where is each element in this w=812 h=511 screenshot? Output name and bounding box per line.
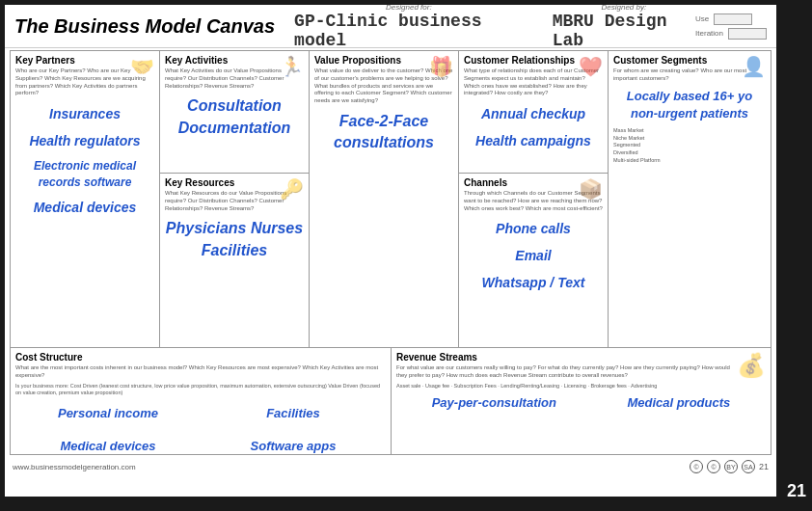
value-propositions-icon: 🎁	[429, 55, 453, 78]
cost-structure-subtitle: What are the most important costs inhere…	[15, 364, 386, 380]
channels-icon: 📦	[579, 177, 603, 201]
revenue-streams-icon: 💰	[737, 352, 766, 390]
use-label: Use	[695, 14, 709, 23]
designed-by-section: Designed by: MBRU Design Lab	[553, 3, 695, 50]
cost-structure-title: Cost Structure	[15, 352, 386, 363]
cost-structure-types: Is your business more: Cost Driven (lean…	[15, 383, 386, 397]
customer-relationships-checkup: Annual checkup	[464, 105, 603, 124]
revenue-streams-title: Revenue Streams	[396, 352, 737, 363]
iteration-label: Iteration	[695, 29, 723, 38]
customer-segments-types: Mass MarketNiche MarketSegmentedDiversif…	[613, 127, 766, 164]
customer-segments-locally-based: Locally based 16+ yo non-urgent patients	[613, 88, 766, 122]
canvas-bottom: Cost Structure What are the most importa…	[11, 348, 771, 454]
revenue-items: Pay-per-consultation Medical products	[396, 390, 766, 417]
channels-cell: Channels Through which Channels do our C…	[459, 174, 608, 347]
customer-relationships-cell: Customer Relationships What type of rela…	[459, 51, 608, 174]
key-partners-health-reg: Health regulators	[15, 132, 154, 151]
key-resources-physicians: Physicians Nurses Facilities	[165, 218, 304, 261]
clinic-name: GP-Clinic business model	[294, 12, 524, 50]
channels-phone: Phone calls	[464, 220, 603, 239]
footer-icons: © © BY SA 21	[690, 460, 769, 473]
key-activities-consultation: Consultation Documentation	[165, 95, 304, 139]
cost-medical-devices: Medical devices	[15, 438, 201, 454]
revenue-streams-types: Asset sale · Usage fee · Subscription Fe…	[396, 383, 737, 390]
designed-by-label: Designed by:	[602, 3, 647, 12]
designer-name: MBRU Design Lab	[553, 12, 695, 50]
customer-rel-channels-column: Customer Relationships What type of rela…	[459, 51, 609, 347]
designed-for-label: Designed for:	[386, 3, 432, 12]
main-title: The Business Model Canvas	[14, 15, 275, 38]
canvas-top: Key Partners Who are our Key Partners? W…	[11, 51, 771, 348]
customer-relationships-campaigns: Health campaigns	[464, 132, 603, 151]
footer-url: www.businessmodelgeneration.com	[13, 463, 136, 471]
key-activities-resources-column: Key Activities What Key Activities do ou…	[160, 51, 310, 347]
sa-icon: SA	[742, 460, 755, 473]
customer-relationships-icon: ❤️	[579, 55, 603, 78]
footer: www.businessmodelgeneration.com © © BY S…	[5, 457, 776, 476]
cost-structure-cell: Cost Structure What are the most importa…	[11, 348, 392, 454]
customer-segments-icon: 👤	[742, 55, 766, 78]
canvas-grid: Key Partners Who are our Key Partners? W…	[10, 50, 771, 455]
channels-email: Email	[464, 247, 603, 266]
customer-segments-cell: Customer Segments For whom are we creati…	[609, 51, 771, 347]
revenue-medical-products: Medical products	[627, 394, 730, 412]
main-container: The Business Model Canvas Designed for: …	[5, 5, 776, 497]
sidebar-right: 21	[781, 0, 812, 511]
header: The Business Model Canvas Designed for: …	[5, 5, 776, 48]
channels-whatsapp: Whatsapp / Text	[464, 274, 603, 293]
revenue-streams-subtitle: For what value are our customers really …	[396, 364, 737, 380]
sidebar-number: 21	[787, 481, 806, 501]
cc-icon: ©	[690, 460, 703, 473]
cost-personal-income: Personal income	[15, 405, 201, 422]
key-partners-insurance: Insurances	[15, 105, 154, 124]
key-activities-cell: Key Activities What Key Activities do ou…	[160, 51, 309, 174]
use-field: Use	[695, 13, 767, 25]
value-propositions-cell: Value Propositions What value do we deli…	[310, 51, 459, 347]
key-partners-ehr: Electronic medical records software	[15, 158, 154, 191]
footer-page: 21	[759, 462, 769, 471]
key-partners-cell: Key Partners Who are our Key Partners? W…	[11, 51, 160, 347]
key-partners-devices: Medical devices	[15, 199, 154, 218]
revenue-header: Revenue Streams For what value are our c…	[396, 352, 766, 390]
by-icon: BY	[724, 460, 738, 473]
key-activities-icon: 🏃	[280, 55, 304, 78]
revenue-streams-cell: Revenue Streams For what value are our c…	[392, 348, 771, 454]
value-propositions-face2face: Face-2-Face consultations	[314, 111, 453, 154]
key-resources-cell: Key Resources What Key Resources do our …	[160, 174, 309, 347]
key-resources-icon: 🔑	[280, 177, 304, 201]
cost-facilities: Facilities	[201, 405, 386, 422]
iteration-box	[728, 28, 767, 40]
iteration-field: Iteration	[695, 28, 767, 40]
header-right: Use Iteration	[695, 13, 767, 40]
use-box	[714, 13, 752, 25]
cc2-icon: ©	[707, 460, 720, 473]
key-partners-icon: 🤝	[130, 55, 154, 78]
revenue-pay-per-consultation: Pay-per-consultation	[432, 394, 556, 412]
cost-software-apps: Software apps	[201, 438, 386, 454]
designed-for-section: Designed for: GP-Clinic business model	[294, 3, 524, 50]
